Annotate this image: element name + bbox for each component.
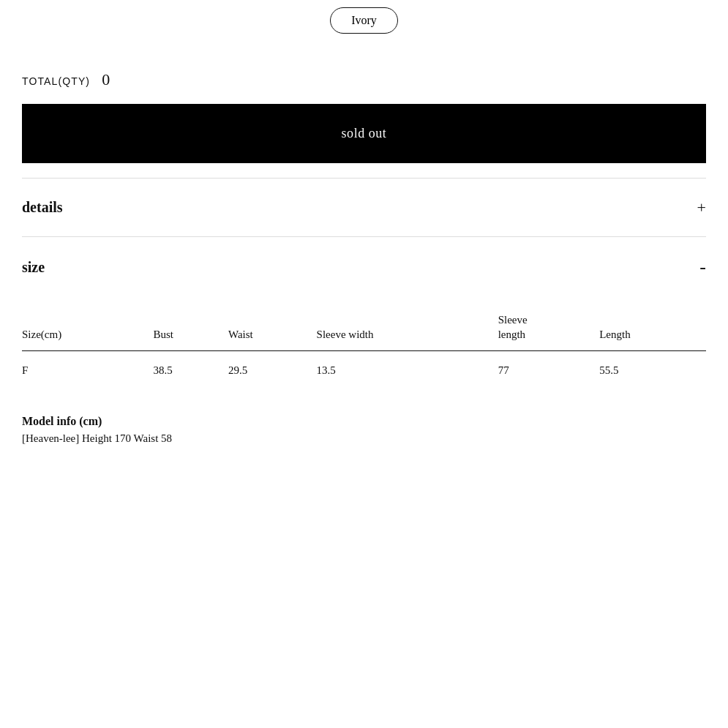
table-cell: F bbox=[22, 351, 153, 386]
page-wrapper: Ivory TOTAL(QTY) 0 sold out details + si… bbox=[0, 0, 728, 459]
size-table: Size(cm) Bust Waist Sleeve width Sleevel… bbox=[22, 304, 706, 386]
details-title: details bbox=[22, 199, 63, 216]
total-qty-label: TOTAL(QTY) bbox=[22, 75, 90, 87]
model-info-title: Model info (cm) bbox=[22, 415, 706, 428]
details-accordion-header[interactable]: details + bbox=[22, 179, 706, 236]
size-table-col-sleeve-length: Sleevelength bbox=[498, 304, 600, 351]
table-cell: 38.5 bbox=[153, 351, 228, 386]
sold-out-section: sold out bbox=[0, 104, 728, 163]
table-row: F38.529.513.57755.5 bbox=[22, 351, 706, 386]
model-info-section: Model info (cm) [Heaven-lee] Height 170 … bbox=[0, 408, 728, 459]
table-cell: 55.5 bbox=[599, 351, 706, 386]
size-table-col-length: Length bbox=[599, 304, 706, 351]
table-cell: 13.5 bbox=[317, 351, 498, 386]
color-section: Ivory bbox=[0, 0, 728, 56]
size-section: size - Size(cm) Bust Waist Sleeve width … bbox=[0, 237, 728, 408]
size-table-wrapper: Size(cm) Bust Waist Sleeve width Sleevel… bbox=[22, 297, 706, 408]
size-table-col-waist: Waist bbox=[228, 304, 317, 351]
model-info-text: [Heaven-lee] Height 170 Waist 58 bbox=[22, 432, 706, 445]
details-expand-icon: + bbox=[697, 200, 706, 216]
size-accordion-header[interactable]: size - bbox=[22, 237, 706, 297]
size-collapse-icon: - bbox=[699, 258, 706, 277]
sold-out-button[interactable]: sold out bbox=[22, 104, 706, 163]
size-table-col-size: Size(cm) bbox=[22, 304, 153, 351]
size-table-col-sleeve-width: Sleeve width bbox=[317, 304, 498, 351]
total-qty-section: TOTAL(QTY) 0 bbox=[0, 56, 728, 104]
size-table-col-bust: Bust bbox=[153, 304, 228, 351]
total-qty-value: 0 bbox=[102, 70, 110, 89]
table-cell: 29.5 bbox=[228, 351, 317, 386]
size-table-header-row: Size(cm) Bust Waist Sleeve width Sleevel… bbox=[22, 304, 706, 351]
details-section: details + bbox=[0, 179, 728, 236]
table-cell: 77 bbox=[498, 351, 600, 386]
size-title: size bbox=[22, 259, 45, 276]
ivory-color-button[interactable]: Ivory bbox=[330, 7, 398, 34]
